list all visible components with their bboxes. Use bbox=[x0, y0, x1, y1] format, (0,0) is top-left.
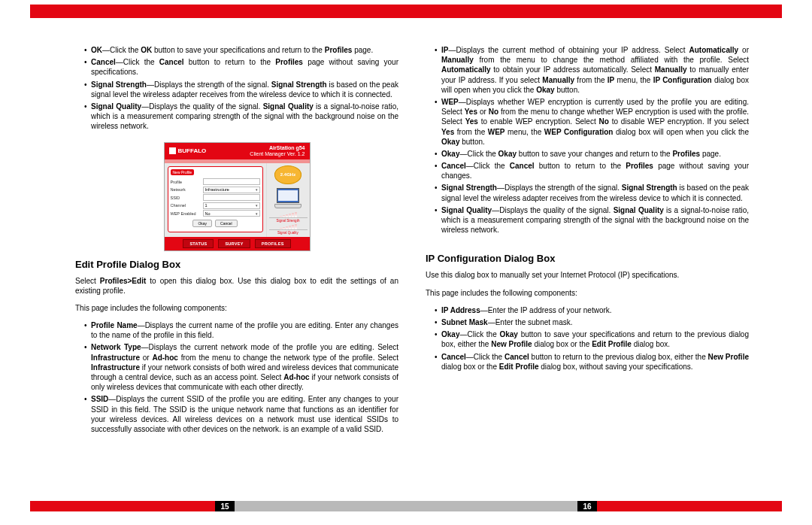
list-item: Okay—Click the Okay button to save your … bbox=[435, 149, 749, 159]
heading-edit-profile: Edit Profile Dialog Box bbox=[75, 259, 398, 270]
footer-left: 15 bbox=[30, 501, 406, 511]
list-item: Cancel—Click the Cancel button to return… bbox=[435, 161, 749, 181]
list-item: Okay—Click the Okay button to save your … bbox=[435, 329, 749, 349]
list-item: Subnet Mask—Enter the subnet mask. bbox=[435, 317, 749, 327]
list-item: IP Address—Enter the IP address of your … bbox=[435, 305, 749, 315]
page-content: OK—Click the OK button to save your spec… bbox=[75, 45, 752, 436]
page-number-right: 16 bbox=[577, 501, 597, 511]
list-item: Signal Strength—Displays the strength of… bbox=[84, 80, 398, 99]
paragraph: This page includes the following compone… bbox=[75, 303, 398, 313]
page-number-left: 15 bbox=[215, 501, 235, 511]
app-title: AirStation g54Client Manager Ver. 1.2 bbox=[250, 145, 304, 156]
list-item: WEP—Displays whether WEP encryption is c… bbox=[435, 97, 749, 147]
list-item: Signal Quality—Displays the quality of t… bbox=[435, 205, 749, 235]
list-item: IP—Displays the current method of obtain… bbox=[435, 45, 749, 95]
laptop-icon bbox=[274, 188, 301, 209]
list-item: Signal Quality—Displays the quality of t… bbox=[84, 102, 398, 132]
okay-button[interactable]: Okay bbox=[192, 220, 212, 227]
paragraph: This page includes the following compone… bbox=[426, 288, 749, 298]
list-upper-right: IP—Displays the current method of obtain… bbox=[426, 45, 749, 235]
left-column: OK—Click the OK button to save your spec… bbox=[75, 45, 398, 436]
box-heading: New Profile bbox=[171, 169, 195, 175]
header-bar bbox=[30, 5, 782, 18]
cancel-button[interactable]: Cancel bbox=[215, 220, 238, 227]
list-item: Network Type—Displays the current networ… bbox=[84, 342, 398, 392]
list-item: OK—Click the OK button to save your spec… bbox=[84, 45, 398, 55]
footer-right: 16 bbox=[406, 501, 782, 511]
list-item: Signal Strength—Displays the strength of… bbox=[435, 183, 749, 202]
freq-badge: 2.4GHz bbox=[274, 165, 301, 184]
list-lower-right: IP Address—Enter the IP address of your … bbox=[426, 305, 749, 372]
dialog-screenshot: BUFFALO AirStation g54Client Manager Ver… bbox=[164, 142, 311, 251]
app-logo: BUFFALO bbox=[169, 147, 207, 154]
list-item: Cancel—Click the Cancel button to return… bbox=[84, 57, 398, 77]
footer: 15 16 bbox=[30, 501, 782, 511]
app-header: BUFFALO AirStation g54Client Manager Ver… bbox=[165, 143, 310, 159]
paragraph: Use this dialog box to manually set your… bbox=[426, 270, 749, 280]
list-upper-left: OK—Click the OK button to save your spec… bbox=[75, 45, 398, 132]
app-tabs: STATUS SURVEY PROFILES bbox=[165, 237, 310, 250]
list-lower-left: Profile Name—Displays the current name o… bbox=[75, 320, 398, 434]
paragraph: Select Profiles>Edit to open this dialog… bbox=[75, 276, 398, 296]
list-item: Cancel—Click the Cancel button to return… bbox=[435, 352, 749, 372]
tab-profiles[interactable]: PROFILES bbox=[255, 239, 291, 248]
profile-box: New Profile Profile NetworkInfrastructur… bbox=[168, 166, 263, 233]
list-item: SSID—Displays the current SSID of the pr… bbox=[84, 394, 398, 434]
tab-survey[interactable]: SURVEY bbox=[218, 239, 250, 248]
list-item: Profile Name—Displays the current name o… bbox=[84, 320, 398, 340]
heading-ip-config: IP Configuration Dialog Box bbox=[426, 253, 749, 264]
tab-status[interactable]: STATUS bbox=[183, 239, 214, 248]
right-column: IP—Displays the current method of obtain… bbox=[426, 45, 749, 436]
